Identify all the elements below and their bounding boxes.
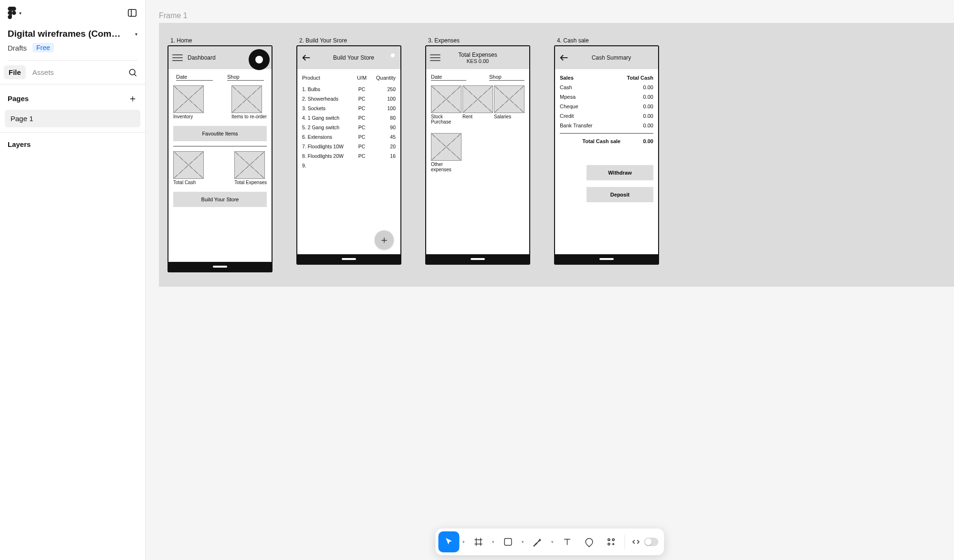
move-tool-chevron-icon[interactable]: ▾ [461, 539, 467, 544]
home-tile-reorder: Items to re-order [231, 114, 267, 119]
svg-rect-10 [504, 539, 512, 546]
android-home-pill-icon [213, 266, 227, 268]
shape-tool-button[interactable] [498, 531, 519, 552]
svg-point-15 [608, 543, 610, 545]
frame-tool-button[interactable] [468, 531, 489, 552]
frame-label[interactable]: Frame 1 [159, 11, 188, 20]
toggle-panels-button[interactable] [127, 8, 137, 18]
svg-point-2 [129, 69, 135, 75]
page-item-page1[interactable]: Page 1 [5, 110, 140, 127]
cash-row: Bank Transfer0.00 [560, 121, 653, 130]
home-tile-totalcash: Total Cash [173, 180, 196, 185]
build-row: 5. 2 Gang switchPC90 [302, 123, 396, 132]
wireframe-cashsale[interactable]: 4. Cash sale Cash Summary Sales Total Ca… [554, 37, 659, 272]
wireframe-home[interactable]: 1. Home Dashboard Date Shop [168, 37, 273, 272]
avatar-placeholder-icon [249, 49, 270, 70]
svg-rect-0 [128, 10, 136, 17]
cash-deposit-button: Deposit [587, 187, 653, 202]
left-sidebar: ▾ Digital wireframes (Commu… ▾ Drafts Fr… [0, 0, 146, 560]
wireframe-expenses-label: 3. Expenses [428, 37, 460, 44]
svg-line-3 [135, 74, 136, 76]
back-arrow-icon [301, 52, 312, 63]
actions-tool-button[interactable] [601, 531, 622, 552]
build-head-um: U/M [352, 75, 372, 81]
build-head-product: Product [302, 75, 352, 81]
plan-badge-free[interactable]: Free [32, 43, 54, 52]
bottom-toolbar: ▾ ▾ ▾ ▾ [436, 529, 664, 555]
hamburger-icon [172, 54, 183, 61]
wireframe-build-label: 2. Build Your Srore [299, 37, 347, 44]
search-icon[interactable] [128, 68, 137, 77]
expenses-title: Total Expenses [458, 52, 497, 58]
cash-title: Cash Summary [592, 54, 631, 61]
pages-section-title: Pages [8, 94, 29, 103]
image-placeholder-icon [431, 85, 461, 113]
figma-menu-button[interactable]: ▾ [8, 7, 21, 19]
home-title: Dashboard [188, 54, 216, 61]
cash-row: Cash0.00 [560, 83, 653, 92]
build-row: 1. BulbsPC250 [302, 84, 396, 94]
build-row: 6. ExtensionsPC45 [302, 132, 396, 142]
dev-mode-button[interactable] [628, 531, 661, 552]
hamburger-icon [430, 54, 440, 61]
cash-row: Cheque0.00 [560, 102, 653, 111]
home-fav-button: Favoutite Items [173, 126, 267, 141]
back-arrow-icon [559, 52, 569, 63]
build-row: 3. SocketsPC100 [302, 104, 396, 113]
exp-tile-other: Other expenses [431, 162, 461, 172]
canvas[interactable]: Frame 1 1. Home Dashboard Date [146, 0, 954, 560]
shape-tool-chevron-icon[interactable]: ▾ [520, 539, 526, 544]
chevron-down-icon: ▾ [19, 10, 21, 16]
toolbar-divider [625, 535, 625, 549]
build-head-qty: Quantity [372, 75, 396, 81]
pen-tool-chevron-icon[interactable]: ▾ [549, 539, 556, 544]
breadcrumb-drafts[interactable]: Drafts [8, 44, 27, 52]
cash-row: Credit0.00 [560, 111, 653, 121]
android-home-pill-icon [599, 258, 614, 260]
wireframe-expenses[interactable]: 3. Expenses Total Expenses KES 0.00 Date [425, 37, 530, 272]
android-home-pill-icon [471, 258, 485, 260]
expenses-date-field: Date [431, 73, 466, 81]
build-title: Build Your Store [333, 54, 374, 61]
loader-icon [386, 54, 394, 62]
image-placeholder-icon [462, 85, 493, 113]
cash-withdraw-button: Withdraw [587, 165, 653, 180]
fab-add-button: ＋ [375, 230, 394, 249]
pen-tool-button[interactable] [527, 531, 548, 552]
wireframe-cash-label: 4. Cash sale [557, 37, 589, 44]
svg-point-14 [612, 539, 614, 540]
cash-row: Mpesa0.00 [560, 92, 653, 102]
build-row: 7. Floodlights 10WPC20 [302, 142, 396, 151]
android-home-pill-icon [342, 258, 356, 260]
image-placeholder-icon [231, 85, 262, 113]
frame-tool-chevron-icon[interactable]: ▾ [490, 539, 497, 544]
cash-total-row: Total Cash sale0.00 [560, 136, 653, 146]
text-tool-button[interactable] [557, 531, 578, 552]
exp-tile-stock: Stock Purchase [431, 114, 461, 124]
comment-tool-button[interactable] [579, 531, 600, 552]
build-row: 8. Floodlights 20WPC16 [302, 151, 396, 161]
exp-tile-rent: Rent [462, 114, 493, 119]
frame-1[interactable]: 1. Home Dashboard Date Shop [159, 23, 954, 287]
cash-head-total: Total Cash [627, 75, 653, 81]
tab-assets[interactable]: Assets [28, 65, 59, 79]
home-tile-totalexp: Total Expenses [234, 180, 267, 185]
build-row: 9. [302, 161, 396, 170]
home-build-button: Build Your Store [173, 192, 267, 207]
svg-point-13 [608, 539, 610, 540]
expenses-amount: KES 0.00 [467, 58, 489, 64]
figma-logo-icon [8, 7, 16, 19]
add-page-button[interactable]: ＋ [128, 92, 137, 105]
cash-head-sales: Sales [560, 75, 574, 81]
image-placeholder-icon [431, 133, 461, 161]
image-placeholder-icon [173, 85, 204, 113]
dev-mode-toggle[interactable] [644, 538, 659, 546]
file-title-chevron-icon[interactable]: ▾ [135, 31, 137, 37]
image-placeholder-icon [173, 151, 204, 179]
wireframe-build[interactable]: 2. Build Your Srore Build Your Store Pro… [296, 37, 401, 272]
image-placeholder-icon [234, 151, 265, 179]
move-tool-button[interactable] [439, 531, 460, 552]
file-title[interactable]: Digital wireframes (Commu… [8, 29, 122, 39]
tab-file[interactable]: File [4, 65, 26, 79]
image-placeholder-icon [494, 85, 524, 113]
